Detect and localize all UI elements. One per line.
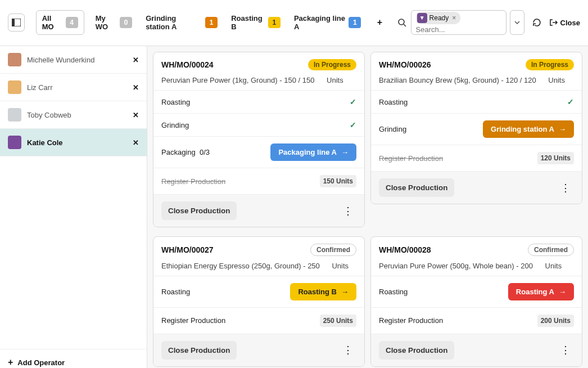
register-label: Register Production [379, 154, 443, 163]
tabs-group: My WO 0 Grinding station A 1 Roasting B … [96, 14, 385, 31]
register-row[interactable]: Register Production 150 Units [153, 168, 364, 195]
button-label: Roasting A [516, 288, 554, 296]
step-row[interactable]: Packaging 0/3 Packaging line A → [153, 137, 364, 168]
operator-row[interactable]: Katie Cole ✕ [0, 129, 147, 156]
tab-label: Roasting B [231, 14, 265, 31]
close-production-button[interactable]: Close Production [379, 341, 454, 360]
tab-grinding[interactable]: Grinding station A 1 [146, 14, 218, 31]
status-badge: In Progress [526, 59, 574, 70]
step-row[interactable]: Roasting ✓ [153, 91, 364, 114]
status-badge: Confirmed [528, 244, 574, 256]
mo-description: Ethiopian Energy Espresso (250g, Ground)… [161, 262, 320, 270]
register-label: Register Production [161, 316, 225, 325]
tab-label: All MO [42, 14, 62, 31]
step-name: Roasting [161, 288, 190, 296]
register-row[interactable]: Register Production 250 Units [153, 308, 364, 334]
button-label: Roasting B [298, 288, 337, 296]
step-row[interactable]: Grinding ✓ [153, 114, 364, 137]
search-dropdown[interactable] [510, 10, 524, 35]
roasting-action-button[interactable]: Roasting B → [290, 283, 356, 300]
avatar [8, 80, 21, 94]
filter-icon: ▼ [417, 13, 427, 23]
more-menu[interactable]: ⋮ [340, 344, 356, 356]
more-menu[interactable]: ⋮ [557, 344, 574, 356]
mo-id: WH/MO/00026 [379, 60, 431, 69]
remove-operator[interactable]: ✕ [133, 83, 139, 92]
svg-line-3 [404, 24, 406, 26]
step-name: Grinding [379, 125, 406, 133]
grinding-action-button[interactable]: Grinding station A → [483, 120, 574, 138]
top-bar: All MO 4 My WO 0 Grinding station A 1 Ro… [0, 0, 588, 46]
tab-packaging[interactable]: Packaging line A 1 [294, 14, 361, 31]
sidebar-toggle[interactable] [8, 14, 25, 32]
close-label: Close [560, 19, 580, 27]
roasting-action-button[interactable]: Roasting A → [508, 283, 574, 300]
operator-name: Katie Cole [27, 138, 127, 147]
tab-my-wo[interactable]: My WO 0 [96, 14, 132, 31]
add-operator-button[interactable]: + Add Operator [0, 349, 147, 368]
packaging-action-button[interactable]: Packaging line A → [270, 143, 356, 161]
avatar [8, 53, 21, 66]
register-units: 250 Units [320, 315, 356, 327]
close-production-button[interactable]: Close Production [161, 341, 237, 360]
tab-count: 0 [120, 17, 132, 28]
check-icon: ✓ [350, 97, 356, 106]
operator-name: Liz Carr [27, 83, 127, 92]
close-button[interactable]: Close [549, 19, 580, 27]
step-row[interactable]: Roasting Roasting A → [371, 276, 582, 308]
filter-chip[interactable]: ▼ Ready × [416, 12, 461, 24]
mo-card: WH/MO/00024 In Progress Peruvian Pure Po… [153, 52, 365, 227]
tab-label: Packaging line A [294, 14, 346, 31]
status-badge: Confirmed [310, 244, 356, 256]
chevron-down-icon [514, 21, 520, 24]
tab-roasting[interactable]: Roasting B 1 [231, 14, 281, 31]
more-menu[interactable]: ⋮ [340, 205, 356, 217]
register-row[interactable]: Register Production 120 Units [371, 145, 582, 172]
tab-all-mo[interactable]: All MO 4 [36, 10, 84, 35]
operator-sidebar: Michelle Wunderkind ✕ Liz Carr ✕ Toby Co… [0, 46, 147, 368]
avatar [8, 108, 21, 122]
close-production-button[interactable]: Close Production [379, 178, 454, 197]
check-icon: ✓ [350, 120, 356, 129]
step-name: Roasting [379, 98, 408, 106]
search-group: ▼ Ready × Close [396, 10, 580, 35]
tab-label: Grinding station A [146, 14, 202, 31]
search-box[interactable]: ▼ Ready × [411, 10, 506, 35]
operator-row[interactable]: Liz Carr ✕ [0, 74, 147, 101]
step-row[interactable]: Roasting Roasting B → [153, 276, 364, 308]
remove-operator[interactable]: ✕ [133, 138, 139, 147]
button-label: Grinding station A [491, 125, 554, 133]
remove-operator[interactable]: ✕ [133, 56, 139, 64]
step-row[interactable]: Grinding Grinding station A → [371, 114, 582, 145]
step-count: 0/3 [200, 148, 210, 156]
operator-row[interactable]: Toby Cobweb ✕ [0, 101, 147, 129]
register-units: 150 Units [320, 175, 356, 187]
mo-id: WH/MO/00024 [161, 60, 214, 69]
units-label: Units [332, 262, 349, 270]
mo-description: Peruvian Pure Power (1kg, Ground) - 150 … [161, 76, 314, 84]
plus-icon: + [8, 357, 13, 367]
operator-row[interactable]: Michelle Wunderkind ✕ [0, 46, 147, 74]
exit-icon [549, 19, 558, 26]
check-icon: ✓ [567, 97, 574, 106]
status-badge: In Progress [308, 59, 356, 70]
more-menu[interactable]: ⋮ [557, 182, 574, 194]
mo-description: Peruvian Pure Power (500g, Whole bean) -… [379, 262, 533, 270]
step-row[interactable]: Roasting ✓ [371, 91, 582, 114]
step-name: Roasting [161, 98, 190, 106]
search-icon[interactable] [396, 18, 408, 27]
units-label: Units [327, 76, 343, 84]
arrow-icon: → [341, 288, 349, 296]
add-tab-button[interactable]: + [374, 17, 385, 28]
mo-card: WH/MO/00026 In Progress Brazilian Bouncy… [370, 52, 582, 204]
refresh-icon [532, 18, 541, 27]
search-input[interactable] [416, 25, 501, 34]
register-row[interactable]: Register Production 200 Units [371, 308, 582, 334]
svg-point-2 [399, 19, 404, 25]
arrow-icon: → [559, 288, 566, 296]
filter-remove[interactable]: × [451, 14, 457, 22]
remove-operator[interactable]: ✕ [133, 111, 139, 119]
close-production-button[interactable]: Close Production [161, 201, 237, 220]
mo-description: Brazilian Bouncy Brew (5kg, Ground) - 12… [379, 76, 536, 84]
refresh-button[interactable] [532, 18, 541, 27]
